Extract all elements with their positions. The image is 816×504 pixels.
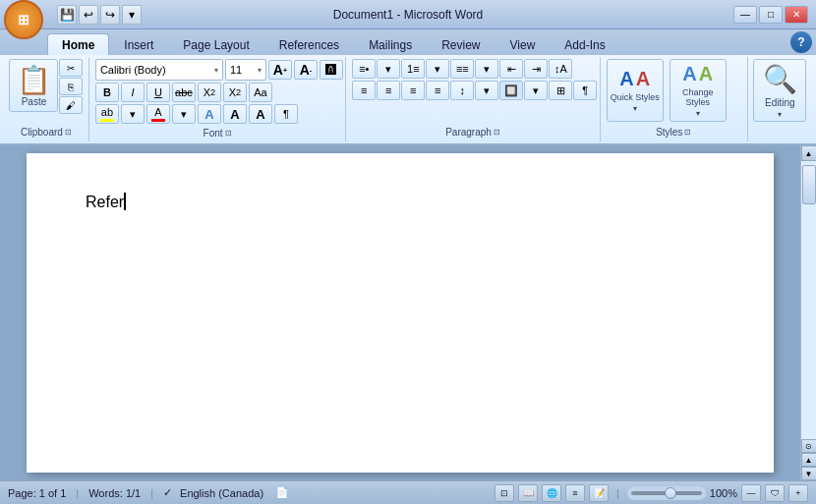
paragraph-label-text: Paragraph [445,127,492,138]
office-logo: ⊞ [18,12,29,28]
italic-button[interactable]: I [121,83,145,102]
zoom-in-button[interactable]: + [788,484,808,502]
shading-dropdown-btn[interactable]: ▾ [524,81,548,100]
bold-button[interactable]: B [95,83,119,102]
numbering-button[interactable]: 1≡ [401,59,425,79]
tab-insert[interactable]: Insert [109,33,168,55]
text-size-up-btn[interactable]: A [249,104,272,124]
justify-button[interactable]: ≡ [426,81,449,100]
scroll-thumb[interactable] [802,165,816,204]
clipboard-expand-icon[interactable]: ⊡ [65,128,72,137]
font-label-text: Font [204,128,223,139]
tab-review[interactable]: Review [427,33,495,55]
multilevel-dropdown-btn[interactable]: ▾ [475,59,498,79]
bullets-dropdown-btn[interactable]: ▾ [377,59,400,79]
document-scroll-area[interactable]: Refer [0,145,800,480]
tab-add-ins[interactable]: Add-Ins [550,33,619,55]
customize-quick-btn[interactable]: ▾ [122,5,142,25]
superscript-button[interactable]: X2 [223,83,247,102]
document-icon: 📄 [275,486,289,499]
text-effects-button[interactable]: A [198,104,221,124]
underline-button[interactable]: U [146,83,170,102]
borders-button[interactable]: ⊞ [549,81,572,100]
line-spacing-button[interactable]: ↕ [450,81,474,100]
font-size-select[interactable]: 11 ▾ [225,59,266,81]
close-button[interactable]: ✕ [785,6,808,24]
zoom-slider[interactable] [627,486,706,500]
print-layout-view-btn[interactable]: ⊡ [495,484,514,502]
font-name-select[interactable]: Calibri (Body) ▾ [95,59,223,81]
styles-expand-icon[interactable]: ⊡ [684,128,691,137]
editing-dropdown[interactable]: ▾ [778,110,782,119]
cut-button[interactable]: ✂ [59,59,83,77]
change-styles-button[interactable]: A A Change Styles ▾ [670,59,727,122]
numbering-dropdown-btn[interactable]: ▾ [426,59,449,79]
document-page[interactable]: Refer [27,153,774,473]
increase-font-size-button[interactable]: A+ [268,60,292,80]
shading-button[interactable]: 🔲 [499,81,523,100]
font-color-dropdown-btn[interactable]: ▾ [172,104,196,124]
subscript-button[interactable]: X2 [198,83,221,102]
restore-button[interactable]: □ [759,6,783,24]
quick-styles-icon2: A [636,68,650,90]
editing-group: 🔍 Editing ▾ [748,57,812,141]
strikethrough-button[interactable]: abc [172,83,196,102]
tab-mailings[interactable]: Mailings [354,33,427,55]
line-spacing-dropdown-btn[interactable]: ▾ [475,81,498,100]
web-layout-view-btn[interactable]: 🌐 [542,484,561,502]
font-expand-icon[interactable]: ⊡ [225,129,232,138]
show-para-marks-button[interactable]: ¶ [573,81,597,100]
paragraph-content: ≡• ▾ 1≡ ▾ ≡≡ ▾ ⇤ ⇥ ↕A ≡ ≡ ≡ ≡ ↕ ▾ [352,59,593,122]
highlight-dropdown-btn[interactable]: ▾ [121,104,145,124]
paste-button[interactable]: 📋 Paste [9,59,58,112]
next-page-button[interactable]: ▼ [801,467,817,480]
save-quick-btn[interactable]: 💾 [57,5,77,25]
font-color-button[interactable]: A [146,104,170,124]
tab-references[interactable]: References [264,33,354,55]
zoom-thumb[interactable] [665,487,676,499]
font-color-icon: A [154,106,161,118]
paragraph-expand-icon[interactable]: ⊡ [494,128,500,137]
change-case-button[interactable]: Aa [249,83,272,102]
scroll-up-button[interactable]: ▲ [801,145,817,161]
document-text[interactable]: Refer [86,193,715,211]
align-center-button[interactable]: ≡ [377,81,400,100]
show-hide-btn[interactable]: ¶ [274,104,298,124]
text-highlight-btn2[interactable]: A [223,104,247,124]
draft-view-btn[interactable]: 📝 [589,484,609,502]
tab-view[interactable]: View [495,33,551,55]
increase-indent-button[interactable]: ⇥ [524,59,548,79]
outline-view-btn[interactable]: ≡ [565,484,585,502]
align-right-button[interactable]: ≡ [401,81,425,100]
font-size-value: 11 [230,64,242,76]
minimize-button[interactable]: — [733,6,757,24]
align-left-button[interactable]: ≡ [352,81,376,100]
clipboard-group: 📋 Paste ✂ ⎘ 🖌 Clipboard ⊡ [4,57,89,141]
format-painter-button[interactable]: 🖌 [59,96,83,114]
quick-styles-button[interactable]: A A Quick Styles ▾ [607,59,664,122]
tab-home[interactable]: Home [47,33,109,55]
sort-button[interactable]: ↕A [549,59,572,79]
scroll-extra-buttons: ⊙ ▲ ▼ [801,439,817,480]
help-button[interactable]: ? [790,31,812,53]
undo-quick-btn[interactable]: ↩ [79,5,98,25]
office-button[interactable]: ⊞ [4,0,43,39]
highlight-color-button[interactable]: ab [95,104,119,124]
multilevel-list-button[interactable]: ≡≡ [450,59,474,79]
editing-content: 🔍 Editing ▾ [753,59,806,122]
redo-quick-btn[interactable]: ↪ [100,5,120,25]
prev-page-button[interactable]: ▲ [801,453,817,467]
select-browse-object-button[interactable]: ⊙ [801,439,817,453]
zoom-out-button[interactable]: — [741,484,761,502]
editing-button[interactable]: 🔍 Editing ▾ [753,59,806,122]
clear-formatting-button[interactable]: 🅰 [320,60,343,80]
decrease-font-size-button[interactable]: A- [294,60,318,80]
bullets-button[interactable]: ≡• [352,59,376,79]
copy-button[interactable]: ⎘ [59,78,83,95]
full-reading-view-btn[interactable]: 📖 [518,484,538,502]
scroll-track[interactable] [801,161,816,439]
decrease-indent-button[interactable]: ⇤ [499,59,523,79]
quick-styles-dropdown[interactable]: ▾ [633,104,637,113]
tab-page-layout[interactable]: Page Layout [168,33,263,55]
change-styles-dropdown[interactable]: ▾ [696,109,700,118]
